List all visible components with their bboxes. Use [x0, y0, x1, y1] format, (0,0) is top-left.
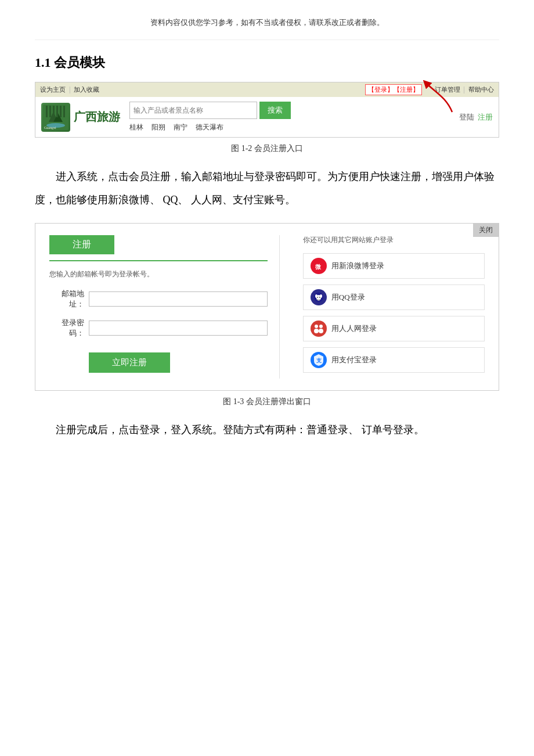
- email-label: 邮箱地址：: [49, 289, 84, 309]
- nav-link-guilin[interactable]: 桂林: [129, 123, 143, 132]
- section-title: 1.1 会员模块: [35, 54, 499, 71]
- login-register-highlight[interactable]: 【登录】【注册】: [365, 84, 422, 95]
- reg-form-section: 注册 您输入的邮箱帐号即为登录帐号。 邮箱地址： 登录密码：: [49, 235, 280, 379]
- email-row: 邮箱地址：: [49, 289, 268, 309]
- reg-tab[interactable]: 注册: [49, 235, 114, 254]
- nav-link-yangshuo[interactable]: 阳朔: [151, 123, 165, 132]
- nav-link-nanning[interactable]: 南宁: [174, 123, 187, 132]
- svg-point-16: [314, 329, 319, 333]
- nav-links-row: 桂林 阳朔 南宁 德天瀑布: [129, 123, 450, 132]
- weibo-label: 用新浪微博登录: [331, 261, 384, 271]
- logo-icon: Guangxi: [41, 103, 70, 132]
- renren-label: 用人人网登录: [331, 323, 377, 334]
- nav-link-detian[interactable]: 德天瀑布: [196, 123, 223, 132]
- body-text-2: 注册完成后，点击登录，登入系统。登陆方式有两种：普通登录、 订单号登录。: [35, 419, 499, 442]
- weibo-login-button[interactable]: 微 用新浪微博登录: [303, 253, 485, 279]
- arrow-annotation: [423, 80, 458, 115]
- password-row: 登录密码：: [49, 318, 268, 339]
- nav-mockup-figure: 设为主页 | 加入收藏 【登录】【注册】 订单管理 | 帮助中心: [35, 82, 499, 138]
- qq-login-button[interactable]: 用QQ登录: [303, 285, 485, 310]
- reg-hint: 您输入的邮箱帐号即为登录帐号。: [49, 269, 268, 279]
- set-homepage-link[interactable]: 设为主页: [40, 85, 66, 94]
- submit-register-button[interactable]: 立即注册: [89, 352, 170, 373]
- social-login-title: 你还可以用其它网站账户登录: [303, 235, 485, 245]
- weibo-icon: 微: [311, 258, 327, 274]
- alipay-label: 用支付宝登录: [331, 355, 377, 365]
- login-link[interactable]: 登陆: [459, 112, 474, 123]
- reg-underline: [49, 260, 268, 261]
- nav-main: Guangxi 广西旅游 搜索 桂林 阳朔 南宁 德天瀑布: [35, 97, 499, 137]
- svg-point-17: [319, 325, 323, 328]
- nav-login-area: 登陆 注册: [459, 112, 493, 123]
- social-login-section: 你还可以用其它网站账户登录 微 用新浪微博登录: [297, 235, 485, 379]
- reg-content: 注册 您输入的邮箱帐号即为登录帐号。 邮箱地址： 登录密码：: [35, 224, 499, 390]
- svg-text:支: 支: [316, 358, 322, 363]
- svg-text:微: 微: [315, 264, 322, 270]
- nav-search-area: 搜索 桂林 阳朔 南宁 德天瀑布: [129, 102, 450, 132]
- register-link[interactable]: 注册: [478, 112, 493, 123]
- top-notice: 资料内容仅供您学习参考，如有不当或者侵权，请联系改正或者删除。: [35, 12, 499, 40]
- svg-point-14: [311, 321, 326, 336]
- add-bookmark-link[interactable]: 加入收藏: [74, 85, 99, 94]
- alipay-icon: 支: [311, 352, 327, 368]
- reg-popup-figure: 关闭 注册 您输入的邮箱帐号即为登录帐号。 邮箱地址：: [35, 223, 499, 391]
- search-button[interactable]: 搜索: [259, 102, 291, 119]
- renren-icon: [311, 321, 327, 337]
- figure2-caption: 图 1-3 会员注册弹出窗口: [35, 397, 499, 407]
- nav-logo: Guangxi 广西旅游: [41, 103, 120, 132]
- help-center-link[interactable]: 帮助中心: [468, 85, 494, 94]
- close-button[interactable]: 关闭: [473, 224, 499, 237]
- qq-label: 用QQ登录: [331, 292, 365, 303]
- figure1-caption: 图 1-2 会员注册入口: [35, 143, 499, 154]
- search-input[interactable]: [129, 102, 257, 119]
- alipay-login-button[interactable]: 支 用支付宝登录: [303, 347, 485, 373]
- password-label: 登录密码：: [49, 318, 84, 339]
- logo-text: 广西旅游: [74, 109, 120, 125]
- svg-text:Guangxi: Guangxi: [44, 126, 56, 129]
- password-input[interactable]: [89, 321, 268, 336]
- svg-point-13: [320, 294, 322, 298]
- renren-login-button[interactable]: 用人人网登录: [303, 316, 485, 341]
- email-input[interactable]: [89, 291, 268, 307]
- body-text-1: 进入系统，点击会员注册，输入邮箱地址与登录密码即可。为方便用户快速注册，增强用户…: [35, 165, 499, 211]
- svg-point-15: [315, 325, 318, 328]
- svg-point-18: [319, 329, 323, 333]
- svg-point-12: [315, 294, 317, 298]
- qq-icon: [311, 289, 327, 305]
